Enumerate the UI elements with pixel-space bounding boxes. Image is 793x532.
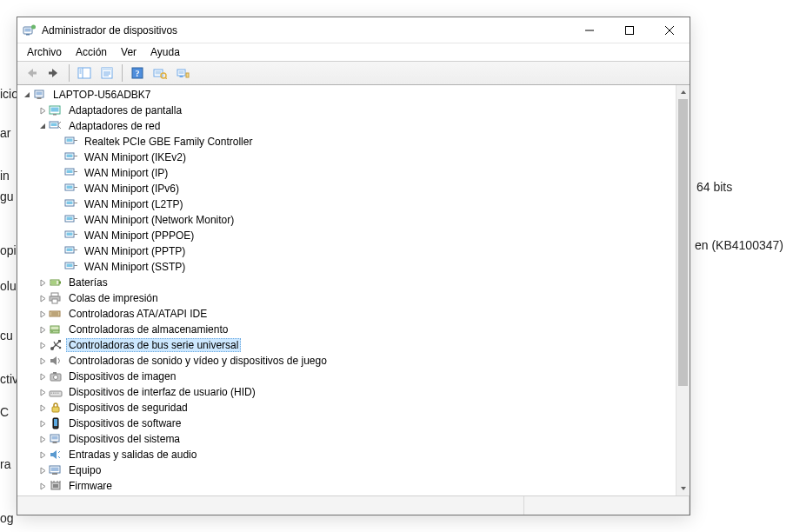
titlebar[interactable]: Administrador de dispositivos — [17, 17, 690, 43]
tree-label: Entradas y salidas de audio — [66, 449, 199, 461]
tree-item-wan-ip[interactable]: WAN Miniport (IP) — [17, 165, 676, 181]
scrollbar-track[interactable] — [676, 99, 690, 482]
tree-label: WAN Miniport (SSTP) — [82, 261, 188, 273]
svg-rect-95 — [52, 436, 58, 440]
expander-icon[interactable] — [37, 404, 49, 412]
tree-item-wan-pptp[interactable]: WAN Miniport (PPTP) — [17, 243, 676, 259]
maximize-button[interactable] — [610, 17, 650, 43]
tree-item-ata-controllers[interactable]: Controladoras ATA/ATAPI IDE — [17, 306, 676, 322]
forward-button[interactable] — [43, 63, 64, 83]
tree-item-display-adapters[interactable]: Adaptadores de pantalla — [17, 103, 676, 118]
back-button[interactable] — [21, 63, 42, 83]
svg-line-79 — [56, 345, 59, 347]
tree-item-wan-ipv6[interactable]: WAN Miniport (IPv6) — [17, 181, 676, 196]
tree-label: LAPTOP-U56ADBK7 — [50, 89, 154, 101]
tree-item-wan-l2tp[interactable]: WAN Miniport (L2TP) — [17, 196, 676, 212]
tree-label: WAN Miniport (Network Monitor) — [82, 214, 237, 226]
show-hide-console-tree-button[interactable] — [74, 63, 95, 83]
svg-rect-23 — [156, 71, 162, 75]
sound-icon — [49, 354, 63, 368]
client-area: LAPTOP-U56ADBK7 Adaptadores de pantalla — [17, 85, 690, 515]
expander-icon[interactable] — [21, 91, 33, 99]
network-device-icon — [64, 135, 78, 149]
expander-icon[interactable] — [37, 279, 49, 287]
menu-file[interactable]: Archivo — [21, 45, 68, 59]
tree-label: Controladoras de sonido y vídeo y dispos… — [66, 355, 330, 367]
expander-icon[interactable] — [37, 310, 49, 318]
expander-icon[interactable] — [37, 482, 49, 490]
tree-label: WAN Miniport (IP) — [82, 167, 170, 179]
tree-item-hid-devices[interactable]: Dispositivos de interfaz de usuario (HID… — [17, 384, 676, 400]
tree-item-batteries[interactable]: Baterías — [17, 275, 676, 290]
svg-rect-31 — [37, 92, 43, 96]
tree-label: Dispositivos de imagen — [66, 370, 178, 382]
tree-item-sound-controllers[interactable]: Controladoras de sonido y vídeo y dispos… — [17, 353, 676, 369]
tree-item-imaging-devices[interactable]: Dispositivos de imagen — [17, 369, 676, 384]
toolbar-separator — [69, 64, 70, 82]
properties-button[interactable] — [97, 63, 117, 83]
network-device-icon — [64, 197, 78, 211]
svg-rect-85 — [53, 372, 57, 374]
tree-item-realtek[interactable]: Realtek PCIe GBE Family Controller — [17, 134, 676, 150]
tree-item-computer[interactable]: Equipo — [17, 462, 676, 478]
tree-item-network-adapters[interactable]: Adaptadores de red — [17, 118, 676, 134]
bg-text: in — [0, 169, 10, 183]
audio-io-icon — [49, 448, 63, 462]
toolbar-separator — [122, 64, 123, 82]
tree-item-usb-controllers[interactable]: Controladoras de bus serie universal — [17, 337, 676, 353]
svg-rect-68 — [51, 293, 58, 296]
svg-rect-51 — [67, 202, 73, 205]
expander-icon[interactable] — [37, 123, 49, 130]
scroll-down-arrow[interactable] — [676, 482, 690, 495]
svg-rect-89 — [56, 393, 57, 395]
tree-item-wan-ikev2[interactable]: WAN Miniport (IKEv2) — [17, 150, 676, 165]
device-manager-window: Administrador de dispositivos Archivo Ac… — [17, 17, 690, 515]
menu-action[interactable]: Acción — [70, 45, 113, 59]
expander-icon[interactable] — [37, 436, 49, 443]
svg-rect-5 — [626, 26, 634, 34]
tree-item-wan-netmon[interactable]: WAN Miniport (Network Monitor) — [17, 212, 676, 228]
network-device-icon — [64, 150, 78, 164]
scroll-up-arrow[interactable] — [676, 85, 690, 99]
vertical-scrollbar[interactable] — [676, 85, 690, 495]
svg-rect-66 — [59, 282, 61, 284]
bg-text: ra — [0, 457, 10, 471]
menu-view[interactable]: Ver — [115, 45, 143, 59]
expander-icon[interactable] — [37, 295, 49, 303]
expander-icon[interactable] — [37, 373, 49, 381]
bg-text: icio — [0, 87, 18, 101]
tree-label: Dispositivos de seguridad — [66, 402, 190, 414]
device-tree[interactable]: LAPTOP-U56ADBK7 Adaptadores de pantalla — [17, 85, 676, 495]
close-button[interactable] — [650, 17, 690, 43]
tree-label: Adaptadores de pantalla — [66, 104, 184, 116]
bg-text: cu — [0, 329, 13, 342]
bg-text: gu — [0, 190, 14, 203]
tree-item-root[interactable]: LAPTOP-U56ADBK7 — [17, 87, 676, 103]
tree-item-print-queues[interactable]: Colas de impresión — [17, 290, 676, 306]
tree-item-firmware[interactable]: Firmware — [17, 478, 676, 494]
tree-item-wan-sstp[interactable]: WAN Miniport (SSTP) — [17, 259, 676, 275]
expander-icon[interactable] — [37, 326, 49, 334]
expander-icon[interactable] — [37, 342, 49, 349]
tree-item-system-devices[interactable]: Dispositivos del sistema — [17, 431, 676, 447]
expander-icon[interactable] — [37, 420, 49, 428]
scan-hardware-button[interactable] — [150, 63, 170, 83]
menu-help[interactable]: Ayuda — [144, 45, 186, 59]
tree-item-wan-pppoe[interactable]: WAN Miniport (PPPOE) — [17, 228, 676, 243]
expander-icon[interactable] — [37, 451, 49, 459]
svg-rect-87 — [51, 393, 53, 395]
tree-item-security-devices[interactable]: Dispositivos de seguridad — [17, 400, 676, 416]
expander-icon[interactable] — [37, 467, 49, 475]
minimize-button[interactable] — [570, 17, 610, 43]
expander-icon[interactable] — [37, 389, 49, 396]
scrollbar-thumb[interactable] — [678, 99, 688, 386]
tree-item-audio-io[interactable]: Entradas y salidas de audio — [17, 447, 676, 462]
svg-rect-63 — [67, 264, 73, 268]
expander-icon[interactable] — [37, 357, 49, 365]
expander-icon[interactable] — [37, 107, 49, 115]
devices-printers-button[interactable] — [172, 63, 193, 83]
help-button[interactable]: ? — [127, 63, 148, 83]
tree-item-software-devices[interactable]: Dispositivos de software — [17, 416, 676, 431]
network-device-icon — [64, 166, 78, 180]
tree-item-storage-controllers[interactable]: Controladoras de almacenamiento — [17, 322, 676, 337]
